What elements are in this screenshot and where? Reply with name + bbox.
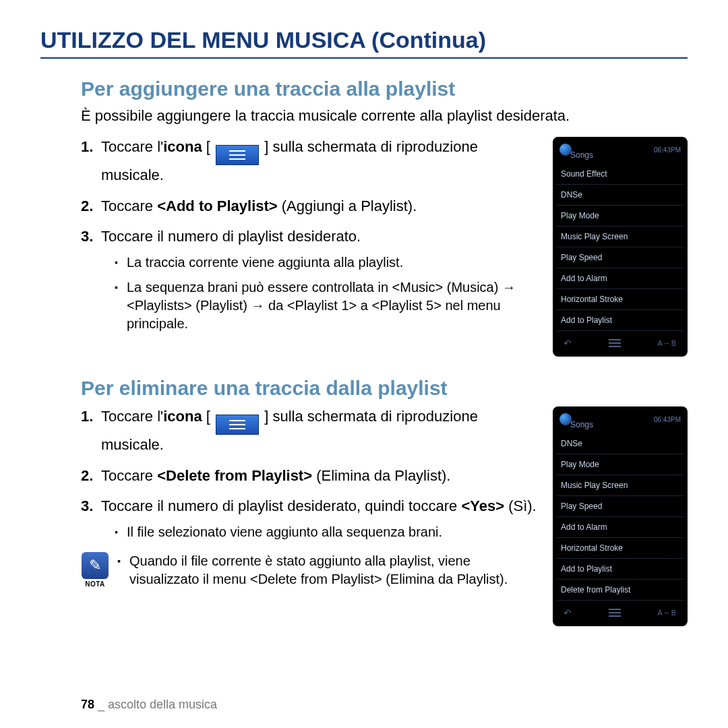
list-item: Horizontal Stroke	[557, 289, 684, 310]
dev1-time: 06:43PM	[654, 146, 681, 154]
hamburger-icon	[216, 145, 259, 165]
list-item: Play Mode	[557, 454, 684, 475]
s1-bullet1: La traccia corrente viene aggiunta alla …	[115, 253, 539, 272]
page-footer: 78 _ ascolto della musica	[81, 698, 217, 712]
list-item: Music Play Screen	[557, 226, 684, 247]
device-mock-2: 06:43PM Songs DNSe Play Mode Music Play …	[553, 406, 688, 626]
list-item: Play Speed	[557, 496, 684, 517]
pencil-icon: ✎	[82, 552, 109, 579]
list-item: Add to Playlist	[557, 559, 684, 580]
s2-step2: Toccare <Delete from Playlist> (Elimina …	[81, 466, 539, 486]
section1-heading: Per aggiungere una traccia alla playlist	[81, 78, 688, 100]
list-item: Play Speed	[557, 247, 684, 268]
ab-repeat: A↔B	[657, 339, 677, 347]
s2-step1: Toccare l'icona [ ] sulla schermata di r…	[81, 406, 539, 455]
s2-step3: Toccare il numero di playlist desiderato…	[81, 496, 539, 541]
s1-step1: Toccare l'icona [ ] sulla schermata di r…	[81, 137, 539, 185]
back-icon: ↶	[564, 607, 572, 618]
section2-heading: Per eliminare una traccia dalla playlist	[81, 377, 688, 400]
section1-intro: È possibile aggiungere la traccia musica…	[81, 107, 688, 125]
list-item: Delete from Playlist	[557, 580, 684, 601]
list-item: Music Play Screen	[557, 475, 684, 496]
s1-step2: Toccare <Add to Playlist> (Aggiungi a Pl…	[81, 196, 539, 216]
list-item: DNSe	[557, 185, 684, 206]
nota-badge: ✎ NOTA	[81, 552, 109, 588]
s1-bullet2: La sequenza brani può essere controllata…	[115, 278, 539, 333]
s1-step3: Toccare il numero di playlist desiderato…	[81, 226, 539, 333]
device-mock-1: 06:43PM Songs Sound Effect DNSe Play Mod…	[553, 137, 688, 357]
s2-bullet1: Il file selezionato viene aggiunto alla …	[115, 523, 539, 541]
list-item: DNSe	[557, 433, 684, 454]
hamburger-icon	[609, 612, 621, 613]
dev2-time: 06:43PM	[654, 416, 681, 423]
hamburger-icon	[216, 415, 259, 435]
page-title: UTILIZZO DEL MENU MUSICA (Continua)	[40, 27, 688, 59]
list-item: Play Mode	[557, 206, 684, 226]
footer-section: ascolto della musica	[108, 698, 217, 711]
list-item: Add to Playlist	[557, 310, 684, 331]
nota-label: NOTA	[81, 580, 109, 588]
nota-text: Quando il file corrente è stato aggiunto…	[117, 552, 539, 588]
list-item: Add to Alarm	[557, 517, 684, 538]
list-item: Horizontal Stroke	[557, 538, 684, 559]
page-number: 78	[81, 698, 94, 711]
list-item: Add to Alarm	[557, 268, 684, 289]
list-item: Sound Effect	[557, 164, 684, 185]
back-icon: ↶	[564, 338, 572, 348]
hamburger-icon	[609, 342, 621, 344]
ab-repeat: A↔B	[657, 609, 677, 617]
